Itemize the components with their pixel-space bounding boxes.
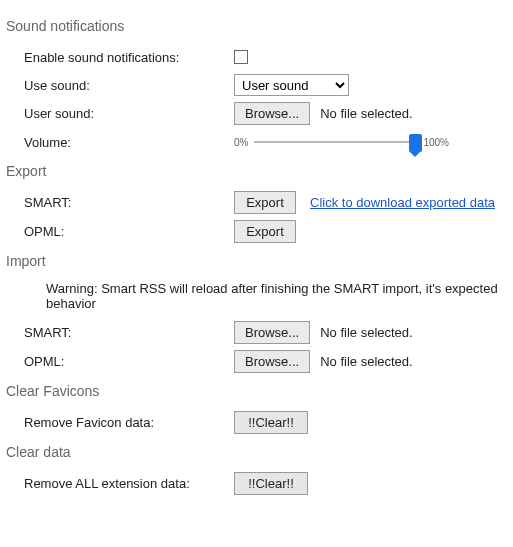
row-user-sound: User sound: Browse... No file selected.: [6, 102, 507, 125]
import-smart-file-status: No file selected.: [320, 325, 413, 340]
export-opml-label: OPML:: [24, 224, 234, 239]
import-smart-label: SMART:: [24, 325, 234, 340]
row-import-opml: OPML: Browse... No file selected.: [6, 350, 507, 373]
clear-favicons-label: Remove Favicon data:: [24, 415, 234, 430]
volume-max: 100%: [423, 137, 449, 148]
volume-label: Volume:: [24, 135, 234, 150]
use-sound-label: Use sound:: [24, 78, 234, 93]
section-export-title: Export: [6, 163, 507, 179]
import-opml-file-status: No file selected.: [320, 354, 413, 369]
import-smart-browse-button[interactable]: Browse...: [234, 321, 310, 344]
user-sound-file-status: No file selected.: [320, 106, 413, 121]
import-opml-label: OPML:: [24, 354, 234, 369]
section-clear-data-title: Clear data: [6, 444, 507, 460]
volume-track: [254, 141, 417, 143]
row-export-opml: OPML: Export: [6, 220, 507, 243]
enable-sound-label: Enable sound notifications:: [24, 50, 234, 65]
import-opml-browse-button[interactable]: Browse...: [234, 350, 310, 373]
volume-slider[interactable]: [254, 134, 417, 150]
user-sound-label: User sound:: [24, 106, 234, 121]
volume-slider-container: 0% 100%: [234, 134, 449, 150]
row-export-smart: SMART: Export Click to download exported…: [6, 191, 507, 214]
section-clear-favicons-title: Clear Favicons: [6, 383, 507, 399]
row-enable-sound: Enable sound notifications:: [6, 46, 507, 68]
row-import-smart: SMART: Browse... No file selected.: [6, 321, 507, 344]
row-volume: Volume: 0% 100%: [6, 131, 507, 153]
volume-min: 0%: [234, 137, 248, 148]
user-sound-browse-button[interactable]: Browse...: [234, 102, 310, 125]
enable-sound-checkbox[interactable]: [234, 50, 248, 64]
import-warning: Warning: Smart RSS will reload after fin…: [6, 281, 507, 311]
row-clear-data: Remove ALL extension data: !!Clear!!: [6, 472, 507, 495]
export-smart-label: SMART:: [24, 195, 234, 210]
clear-data-button[interactable]: !!Clear!!: [234, 472, 308, 495]
export-smart-button[interactable]: Export: [234, 191, 296, 214]
row-use-sound: Use sound: User sound: [6, 74, 507, 96]
section-import-title: Import: [6, 253, 507, 269]
clear-favicons-button[interactable]: !!Clear!!: [234, 411, 308, 434]
row-clear-favicons: Remove Favicon data: !!Clear!!: [6, 411, 507, 434]
use-sound-select[interactable]: User sound: [234, 74, 349, 96]
clear-data-label: Remove ALL extension data:: [24, 476, 234, 491]
export-opml-button[interactable]: Export: [234, 220, 296, 243]
section-sound-title: Sound notifications: [6, 18, 507, 34]
download-exported-link[interactable]: Click to download exported data: [310, 195, 495, 210]
volume-thumb[interactable]: [409, 134, 422, 152]
